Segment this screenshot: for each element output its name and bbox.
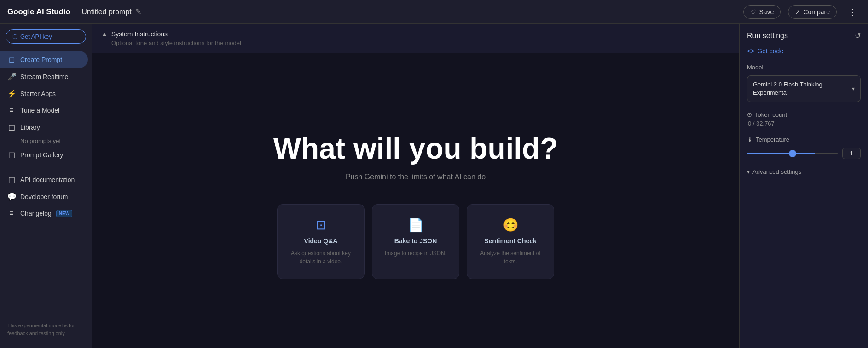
api-key-label: Get API key <box>20 33 52 40</box>
get-code-button[interactable]: <> Get code <box>747 47 861 55</box>
sidebar: ⬡ Get API key ◻ Create Prompt 🎤 Stream R… <box>0 24 92 348</box>
token-icon: ⊙ <box>747 111 752 118</box>
temperature-value: 1 <box>842 148 861 159</box>
video-qa-icon: ⊡ <box>316 217 326 233</box>
model-section-label: Model <box>747 64 861 71</box>
model-select-arrow: ▾ <box>852 86 855 92</box>
video-qa-title: Video Q&A <box>304 237 338 245</box>
compare-icon: ↗ <box>795 8 800 16</box>
get-api-key-button[interactable]: ⬡ Get API key <box>6 29 86 44</box>
system-instructions-header[interactable]: ▲ System Instructions <box>101 30 730 38</box>
temperature-label: 🌡 Temperature <box>747 136 861 143</box>
starter-apps-label: Starter Apps <box>20 90 56 97</box>
save-button[interactable]: ♡ Save <box>743 5 781 19</box>
sidebar-item-tune-model[interactable]: ≡ Tune a Model <box>0 102 88 119</box>
compare-label: Compare <box>803 8 830 16</box>
sentiment-check-desc: Analyze the sentiment of texts. <box>478 249 543 266</box>
more-options-button[interactable]: ⋮ <box>844 5 861 19</box>
compare-button[interactable]: ↗ Compare <box>788 5 837 19</box>
bake-to-json-desc: Image to recipe in JSON. <box>385 249 446 257</box>
dev-forum-icon: 💬 <box>7 192 16 201</box>
footer-text: This experimental model is for feedback … <box>7 323 75 336</box>
create-prompt-label: Create Prompt <box>20 56 62 63</box>
card-sentiment-check[interactable]: 😊 Sentiment Check Analyze the sentiment … <box>467 204 554 279</box>
sidebar-item-prompt-gallery[interactable]: ◫ Prompt Gallery <box>0 146 88 163</box>
changelog-icon: ≡ <box>7 209 16 217</box>
prompt-gallery-icon: ◫ <box>7 150 16 159</box>
temperature-icon: 🌡 <box>747 136 753 143</box>
library-icon: ◫ <box>7 123 16 131</box>
panel-header: Run settings ↺ <box>747 31 861 40</box>
api-docs-label: API documentation <box>20 176 75 183</box>
starter-apps-icon: ⚡ <box>7 89 16 98</box>
card-bake-to-json[interactable]: 📄 Bake to JSON Image to recipe in JSON. <box>372 204 459 279</box>
system-instructions-subtitle: Optional tone and style instructions for… <box>101 40 730 46</box>
model-select-value: Gemini 2.0 Flash Thinking Experimental <box>753 80 852 97</box>
app-logo: Google AI Studio <box>7 7 70 17</box>
temperature-slider[interactable] <box>747 153 838 154</box>
hero-title: What will you build? <box>273 131 558 165</box>
save-icon: ♡ <box>750 8 756 16</box>
bake-to-json-title: Bake to JSON <box>394 237 437 245</box>
bake-to-json-icon: 📄 <box>408 217 424 233</box>
sidebar-item-starter-apps[interactable]: ⚡ Starter Apps <box>0 85 88 102</box>
changelog-badge: NEW <box>56 210 72 217</box>
sidebar-no-prompts: No prompts yet <box>0 136 92 146</box>
temperature-section: 🌡 Temperature 1 <box>747 136 861 159</box>
dev-forum-label: Developer forum <box>20 193 68 200</box>
cards-row: ⊡ Video Q&A Ask questions about key deta… <box>277 204 554 279</box>
topbar: Google AI Studio Untitled prompt ✎ ♡ Sav… <box>0 0 868 24</box>
stream-realtime-label: Stream Realtime <box>20 73 68 80</box>
video-qa-desc: Ask questions about key details in a vid… <box>289 249 353 266</box>
sidebar-item-dev-forum[interactable]: 💬 Developer forum <box>0 188 88 205</box>
sentiment-check-title: Sentiment Check <box>484 237 537 245</box>
hero-section: What will you build? Push Gemini to the … <box>92 53 739 348</box>
token-section-label: Token count <box>755 111 787 118</box>
system-instructions-chevron: ▲ <box>101 30 108 38</box>
edit-title-icon[interactable]: ✎ <box>135 7 141 16</box>
panel-reset-icon[interactable]: ↺ <box>855 31 861 40</box>
prompt-gallery-label: Prompt Gallery <box>20 151 63 159</box>
right-panel: Run settings ↺ <> Get code Model Gemini … <box>739 24 868 348</box>
advanced-chevron: ▾ <box>747 169 750 175</box>
get-code-icon: <> <box>747 47 754 55</box>
sidebar-footer: This experimental model is for feedback … <box>0 316 92 342</box>
token-label: ⊙ Token count <box>747 111 861 118</box>
sidebar-item-api-docs[interactable]: ◫ API documentation <box>0 171 88 188</box>
library-label: Library <box>20 124 40 131</box>
get-code-label: Get code <box>757 47 783 55</box>
api-docs-icon: ◫ <box>7 175 16 184</box>
sidebar-item-create-prompt[interactable]: ◻ Create Prompt <box>0 51 88 68</box>
token-section: ⊙ Token count 0 / 32,767 <box>747 111 861 127</box>
title-area: Untitled prompt ✎ <box>81 7 743 16</box>
temperature-label-text: Temperature <box>756 136 789 143</box>
card-video-qa[interactable]: ⊡ Video Q&A Ask questions about key deta… <box>277 204 365 279</box>
api-key-icon: ⬡ <box>12 33 17 40</box>
prompt-title: Untitled prompt <box>81 8 132 16</box>
sidebar-divider <box>0 167 92 167</box>
hero-subtitle: Push Gemini to the limits of what AI can… <box>346 173 486 181</box>
stream-realtime-icon: 🎤 <box>7 72 16 81</box>
panel-title: Run settings <box>747 32 788 40</box>
main-layout: ⬡ Get API key ◻ Create Prompt 🎤 Stream R… <box>0 24 868 348</box>
main-content: ▲ System Instructions Optional tone and … <box>92 24 739 348</box>
sidebar-item-library[interactable]: ◫ Library <box>0 119 88 136</box>
tune-model-label: Tune a Model <box>20 107 59 114</box>
system-instructions-panel: ▲ System Instructions Optional tone and … <box>92 24 739 53</box>
create-prompt-icon: ◻ <box>7 55 16 64</box>
topbar-actions: ♡ Save ↗ Compare ⋮ <box>743 5 861 19</box>
sidebar-item-changelog[interactable]: ≡ Changelog NEW <box>0 205 88 222</box>
sentiment-check-icon: 😊 <box>503 217 519 233</box>
model-select-dropdown[interactable]: Gemini 2.0 Flash Thinking Experimental ▾ <box>747 75 861 102</box>
advanced-settings-toggle[interactable]: ▾ Advanced settings <box>747 168 861 175</box>
token-value: 0 / 32,767 <box>747 120 861 127</box>
system-instructions-title: System Instructions <box>111 30 168 38</box>
save-label: Save <box>759 8 774 16</box>
advanced-settings-label: Advanced settings <box>752 168 801 175</box>
temperature-slider-row: 1 <box>747 148 861 159</box>
changelog-label: Changelog <box>20 210 52 217</box>
tune-model-icon: ≡ <box>7 106 16 114</box>
sidebar-item-stream-realtime[interactable]: 🎤 Stream Realtime <box>0 68 88 85</box>
